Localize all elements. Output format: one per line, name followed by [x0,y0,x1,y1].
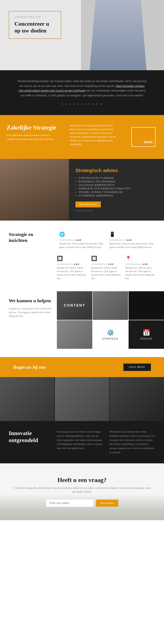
mountain-background [0,494,164,520]
question-name-input[interactable] [46,499,94,507]
advisory-list-item: RENDABELE OPLOSSINGEN [76,180,158,183]
help-left: We kunnen u helpen Sample text. Sample t… [9,291,53,318]
intro-text: Modelontdekkingsverhalen zijn meestal my… [17,79,147,98]
insight-text-2: Sample text. Click to select the text bo… [57,266,87,280]
help-text: Sample text. Sample text. Click to selec… [9,307,53,318]
question-title: Heeft u een vraag? [13,476,151,484]
hero-man-image [90,0,147,70]
question-subtitle: U kunt elke vraag die u kunt hebben over… [13,486,151,494]
advisory-list-item: VOLLEDIGE RAMPENTESTS [76,184,158,186]
advisory-list-item: VRIJWEL OVERAL TOEGANKELIJK [76,191,158,194]
hero-consulting-label: CONSULTING CO [14,16,56,18]
help-title: We kunnen u helpen [9,298,53,304]
insight-text-4: Sample text. Click to select the text bo… [125,266,155,280]
hero-title: Concentreer u op uw doelen [14,20,56,34]
strategy-right: over. [123,115,164,159]
strategy-title: Zakelijke Strategie [6,124,59,131]
question-form: Verzenden [13,499,151,507]
help-grid: CONTENT ⚙️ STRATEGIE 📅 DOELEN [57,291,164,349]
insights-title-block: Strategie en inzichten [9,232,53,249]
insight-card-3: 🔲 VOORBEELD KOP Sample text. Click to se… [91,256,121,280]
strategy-middle-text: Breng van een overtuigingsstrategie naar… [70,124,119,146]
help-cell-strategie: ⚙️ STRATEGIE [93,320,128,349]
innovation-content: Innovatie ontgrendeld Het bouwen van een… [0,421,164,463]
help-cell-people [57,320,92,349]
advisory-credit: Afbeelding of freepik [76,210,158,212]
strategie-label: STRATEGIE [102,338,119,340]
question-submit-button[interactable]: Verzenden [96,500,118,506]
insights-section: Strategie en inzichten 🌐 VOORBEELD KOP S… [0,220,164,291]
help-cell-dark-top [129,291,164,320]
innovation-text-1: Het bouwen van een merk is niet de taak … [57,430,103,454]
insight-label-4: VOORBEELD KOP [125,263,155,265]
intro-dots: • • • • • • • • • • • [17,102,147,106]
insight-card-2: 🔲 VOORBEELD KOP Sample text. Click to se… [57,256,87,280]
insight-card-0: 🌐 VOORBEELD KOP Sample text. Click to se… [59,232,105,249]
help-cell-product [93,291,128,320]
help-cell-laptop: CONTENT [57,291,92,320]
doelen-icon: 📅 [143,329,150,336]
help-content-label: CONTENT [64,304,85,308]
innovation-images [0,377,164,421]
advisory-list: STRATEGISCHE PLANNING RENDABELE OPLOSSIN… [76,177,158,197]
innovation-texts: Het bouwen van een merk is niet de taak … [57,430,155,454]
strategy-subtitle: Door gebruiken gepersoneerde inhoud is m… [6,134,59,141]
advisory-title: Strategisch advies [76,168,158,174]
innovation-img-1 [0,377,54,421]
advisory-list-item: UITGEBREID ONDERHOUD [76,194,158,197]
insight-icon-0: 🌐 [59,232,105,237]
innovation-title-block: Innovatie ontgrendeld [9,430,57,454]
insight-card-4: 📍 VOORBEELD KOP Sample text. Click to se… [125,256,155,280]
insight-icon-1: 📱 [109,232,155,237]
innovation-section: Innovatie ontgrendeld Het bouwen van een… [0,377,164,463]
insight-label-3: VOORBEELD KOP [91,263,121,265]
strategy-middle: Breng van een overtuigingsstrategie naar… [66,115,123,159]
insight-label-0: VOORBEELD KOP [59,239,105,241]
question-section: Heeft u een vraag? U kunt elke vraag die… [0,463,164,520]
cta-button[interactable]: LEES MEER [123,363,151,371]
insight-label-2: VOORBEELD KOP [57,263,87,265]
cta-section: Begin nu bij ons LEES MEER [0,357,164,377]
innovation-img-3 [110,377,164,421]
insight-icon-3: 🔲 [91,256,121,262]
insight-label-1: VOORBEELD KOP [109,239,155,241]
innovation-title: Innovatie ontgrendeld [9,430,57,444]
innovation-img-2 [55,377,109,421]
advisory-image [0,159,69,220]
hero-content: CONSULTING CO Concentreer u op uw doelen [9,11,61,39]
insight-text-1: Sample text. Click to select the text bo… [109,242,155,249]
insight-card-1: 📱 VOORBEELD KOP Sample text. Click to se… [109,232,155,249]
advisory-button[interactable]: BEKIJK ALLES [76,202,101,208]
doelen-label: DOELEN [140,338,152,340]
hero-section: CONSULTING CO Concentreer u op uw doelen [0,0,164,70]
insight-text-3: Sample text. Click to select the text bo… [91,266,121,280]
strategie-icon: ⚙️ [107,329,114,336]
advisory-list-item: COMPLETE SYSTEEMFUNCTIONALITEIT [76,188,158,190]
help-cell-doelen: 📅 DOELEN [129,320,164,349]
insights-spacer [9,256,53,280]
hero-box: CONSULTING CO Concentreer u op uw doelen [9,11,61,39]
innovation-text-2: We bieden onze klanten een reeks bruikba… [109,430,155,454]
insights-second-row: 🔲 VOORBEELD KOP Sample text. Click to se… [9,256,155,280]
cta-text: Begin nu bij ons [13,364,46,370]
strategy-section: Zakelijke Strategie Door gebruiken geper… [0,115,164,159]
insights-header: Strategie en inzichten 🌐 VOORBEELD KOP S… [9,232,155,249]
help-section: We kunnen u helpen Sample text. Sample t… [0,291,164,357]
advisory-person-photo [0,159,69,220]
advisory-section: Strategisch advies STRATEGISCHE PLANNING… [0,159,164,220]
intro-section: Modelontdekkingsverhalen zijn meestal my… [0,70,164,115]
insight-icon-2: 🔲 [57,256,87,262]
insight-icon-4: 📍 [125,256,155,262]
strategy-over-label: over. [144,139,153,145]
insights-cards-row-top: 🌐 VOORBEELD KOP Sample text. Click to se… [59,232,155,249]
insights-main-title: Strategie en inzichten [9,232,53,243]
insight-text-0: Sample text. Click to select the text bo… [59,242,105,249]
strategy-box: over. [131,127,156,147]
advisory-list-item: STRATEGISCHE PLANNING [76,177,158,179]
advisory-content: Strategisch advies STRATEGISCHE PLANNING… [69,159,164,220]
strategy-left: Zakelijke Strategie Door gebruiken geper… [0,115,66,159]
